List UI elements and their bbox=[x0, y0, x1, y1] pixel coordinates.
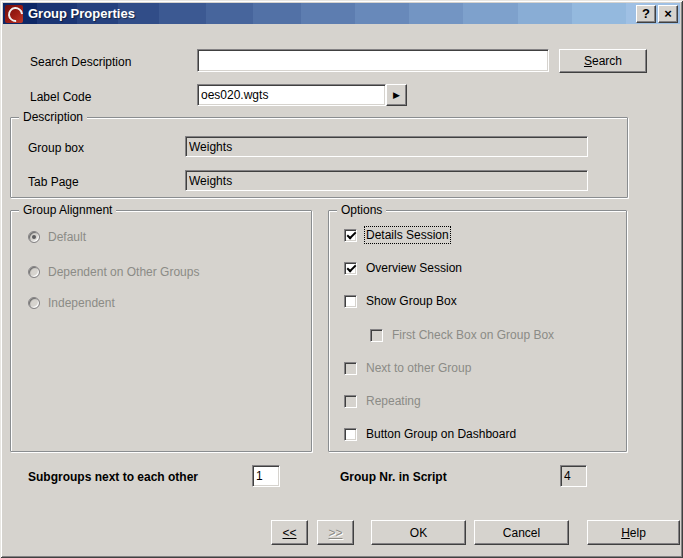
label-code-input[interactable] bbox=[197, 84, 386, 106]
checkbox-next-to-other-group-label: Next to other Group bbox=[366, 361, 471, 375]
search-description-label: Search Description bbox=[30, 55, 131, 69]
help-button-label: Help bbox=[621, 526, 646, 540]
radio-button-icon[interactable] bbox=[28, 231, 40, 243]
radio-default[interactable]: Default bbox=[28, 230, 86, 244]
checkbox-icon bbox=[344, 362, 357, 375]
window-title: Group Properties bbox=[28, 6, 634, 21]
subgroups-label: Subgroups next to each other bbox=[28, 470, 198, 484]
radio-independent-label: Independent bbox=[48, 296, 115, 310]
checkbox-repeating-label: Repeating bbox=[366, 394, 421, 408]
help-button[interactable]: Help bbox=[587, 520, 680, 545]
options-groupbox-title: Options bbox=[337, 203, 386, 217]
close-icon[interactable]: × bbox=[658, 5, 678, 23]
checkbox-icon[interactable] bbox=[344, 428, 357, 441]
group-nr-in-script-label: Group Nr. in Script bbox=[340, 470, 447, 484]
checkbox-overview-session[interactable]: Overview Session bbox=[344, 261, 462, 275]
group-box-description-field[interactable] bbox=[185, 136, 588, 157]
group-alignment-groupbox: Group Alignment bbox=[10, 210, 312, 452]
group-properties-dialog: Group Properties ? × Search Description … bbox=[0, 0, 683, 558]
tab-page-description-field[interactable] bbox=[185, 170, 588, 191]
radio-dependent-on-other-groups[interactable]: Dependent on Other Groups bbox=[28, 265, 199, 279]
checkbox-details-session[interactable]: Details Session bbox=[344, 228, 449, 242]
checkbox-icon[interactable] bbox=[344, 262, 357, 275]
checkbox-details-session-label: Details Session bbox=[366, 228, 449, 242]
search-button[interactable]: Search bbox=[559, 49, 647, 73]
checkbox-show-group-box[interactable]: Show Group Box bbox=[344, 294, 457, 308]
app-logo-icon bbox=[5, 5, 23, 23]
next-button-label: >> bbox=[328, 526, 342, 540]
help-icon[interactable]: ? bbox=[636, 5, 656, 23]
checkbox-overview-session-label: Overview Session bbox=[366, 261, 462, 275]
previous-button[interactable]: << bbox=[271, 520, 308, 545]
radio-default-label: Default bbox=[48, 230, 86, 244]
search-description-input[interactable] bbox=[197, 49, 549, 72]
ok-button-label: OK bbox=[410, 526, 427, 540]
label-code-label: Label Code bbox=[30, 90, 91, 104]
radio-button-icon[interactable] bbox=[28, 266, 40, 278]
checkbox-icon[interactable] bbox=[344, 295, 357, 308]
group-nr-in-script-input[interactable] bbox=[560, 465, 587, 487]
radio-button-icon[interactable] bbox=[28, 297, 40, 309]
checkbox-repeating: Repeating bbox=[344, 394, 421, 408]
tab-page-label: Tab Page bbox=[28, 175, 79, 189]
label-code-browse-button[interactable]: ▶ bbox=[386, 84, 407, 106]
ok-button[interactable]: OK bbox=[371, 520, 466, 545]
checkbox-first-check-box-label: First Check Box on Group Box bbox=[392, 328, 554, 342]
radio-dependent-label: Dependent on Other Groups bbox=[48, 265, 199, 279]
next-button: >> bbox=[317, 520, 354, 545]
checkbox-next-to-other-group: Next to other Group bbox=[344, 361, 471, 375]
cancel-button[interactable]: Cancel bbox=[474, 520, 569, 545]
checkbox-button-group-on-dashboard[interactable]: Button Group on Dashboard bbox=[344, 427, 516, 441]
group-alignment-groupbox-title: Group Alignment bbox=[19, 203, 116, 217]
previous-button-label: << bbox=[282, 526, 296, 540]
radio-independent[interactable]: Independent bbox=[28, 296, 115, 310]
checkbox-icon[interactable] bbox=[344, 229, 357, 242]
right-arrow-icon: ▶ bbox=[393, 91, 400, 100]
group-box-label: Group box bbox=[28, 141, 84, 155]
checkbox-show-group-box-label: Show Group Box bbox=[366, 294, 457, 308]
checkbox-icon bbox=[370, 329, 383, 342]
checkbox-first-check-box-on-group-box: First Check Box on Group Box bbox=[370, 328, 554, 342]
subgroups-input[interactable] bbox=[252, 465, 280, 487]
checkbox-button-group-on-dashboard-label: Button Group on Dashboard bbox=[366, 427, 516, 441]
search-button-label: Search bbox=[584, 54, 622, 68]
checkbox-icon bbox=[344, 395, 357, 408]
title-bar[interactable]: Group Properties ? × bbox=[3, 3, 680, 24]
description-groupbox-title: Description bbox=[19, 110, 87, 124]
cancel-button-label: Cancel bbox=[503, 526, 540, 540]
